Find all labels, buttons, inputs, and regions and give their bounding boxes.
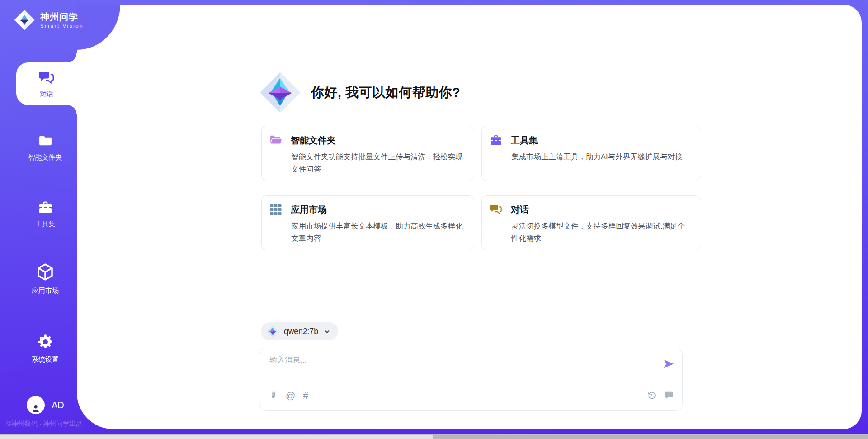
attach-file-button[interactable]	[269, 391, 278, 400]
at-icon[interactable]: @	[286, 391, 295, 400]
history-icon[interactable]	[647, 391, 657, 401]
message-input[interactable]	[269, 354, 641, 382]
card-title: 应用市场	[291, 204, 327, 216]
model-name: qwen2:7b	[284, 327, 318, 336]
sidebar-item-label: 工具集	[35, 220, 56, 229]
sidebar-item-toolset[interactable]: 工具集	[14, 200, 77, 229]
cube-icon	[35, 262, 55, 282]
sidebar-item-label: 应用市场	[32, 286, 59, 295]
card-title: 对话	[511, 204, 529, 216]
composer-tools-left: @ #	[269, 391, 308, 400]
app-root: 神州问学 Smart Vision 对话 智能文件夹 工具集 应用市场 系统设置…	[0, 0, 868, 439]
scrollbar-thumb[interactable]	[433, 435, 868, 439]
folder-icon	[38, 133, 53, 149]
sidebar-item-label: 系统设置	[32, 355, 59, 364]
copyright-text: ©神州数码 · 神州问学出品	[6, 420, 83, 428]
diamond-logo-icon	[259, 72, 301, 114]
sidebar-item-label: 对话	[40, 90, 53, 99]
card-description: 集成市场上主流工具，助力AI与外界无缝扩展与对接	[511, 151, 689, 163]
model-selector[interactable]: qwen2:7b	[261, 322, 338, 340]
sidebar-item-label: 智能文件夹	[28, 153, 62, 162]
brand-subtitle: Smart Vision	[40, 23, 84, 29]
composer-tools-right	[647, 390, 674, 401]
send-icon[interactable]	[662, 358, 675, 370]
user-profile[interactable]: AD	[27, 396, 64, 414]
chevron-down-icon	[323, 328, 331, 335]
hash-icon[interactable]: #	[303, 391, 308, 400]
horizontal-scrollbar[interactable]	[0, 434, 868, 439]
card-toolset[interactable]: 工具集 集成市场上主流工具，助力AI与外界无缝扩展与对接	[481, 126, 701, 181]
card-smart-folder[interactable]: 智能文件夹 智能文件夹功能支持批量文件上传与清洗，轻松实现文件问答	[261, 126, 474, 181]
card-title: 工具集	[511, 134, 538, 147]
sidebar-item-app-market[interactable]: 应用市场	[14, 262, 77, 295]
avatar	[27, 396, 45, 414]
toolbox-icon	[489, 134, 503, 147]
card-description: 智能文件夹功能支持批量文件上传与清洗，轻松实现文件问答	[291, 151, 466, 175]
greeting-text: 你好, 我可以如何帮助你?	[311, 84, 460, 102]
active-tab-flare-top	[68, 53, 77, 62]
sidebar-item-chat[interactable]: 对话	[16, 62, 77, 105]
person-icon	[30, 402, 42, 414]
grid-icon	[269, 203, 283, 216]
user-name: AD	[52, 400, 64, 410]
gear-icon	[37, 333, 54, 351]
chat-icon	[489, 203, 503, 216]
composer-divider	[267, 384, 675, 384]
card-chat[interactable]: 对话 灵活切换多模型文件，支持多样回复效果调试,满足个性化需求	[481, 195, 701, 250]
greeting-hero: 你好, 我可以如何帮助你?	[259, 72, 460, 114]
card-description: 灵活切换多模型文件，支持多样回复效果调试,满足个性化需求	[511, 220, 689, 244]
card-title: 智能文件夹	[291, 134, 336, 147]
chat-bubble-icon[interactable]	[664, 390, 674, 401]
chat-icon	[38, 69, 55, 86]
message-composer: @ #	[259, 348, 683, 411]
sidebar-item-smart-folder[interactable]: 智能文件夹	[14, 133, 77, 162]
diamond-logo-icon	[14, 9, 35, 31]
paperclip-icon	[269, 391, 278, 400]
brand-title: 神州问学	[40, 11, 84, 22]
toolbox-icon	[38, 200, 53, 215]
card-app-market[interactable]: 应用市场 应用市场提供丰富长文本模板，助力高效生成多样化文章内容	[261, 195, 474, 250]
diamond-logo-icon	[267, 325, 279, 338]
folder-open-icon	[269, 134, 283, 147]
active-tab-flare-bottom	[68, 105, 77, 114]
card-description: 应用市场提供丰富长文本模板，助力高效生成多样化文章内容	[291, 220, 466, 244]
sidebar-item-settings[interactable]: 系统设置	[14, 333, 77, 364]
feature-cards: 智能文件夹 智能文件夹功能支持批量文件上传与清洗，轻松实现文件问答 工具集 集成…	[261, 126, 701, 250]
brand-logo: 神州问学 Smart Vision	[14, 9, 84, 31]
